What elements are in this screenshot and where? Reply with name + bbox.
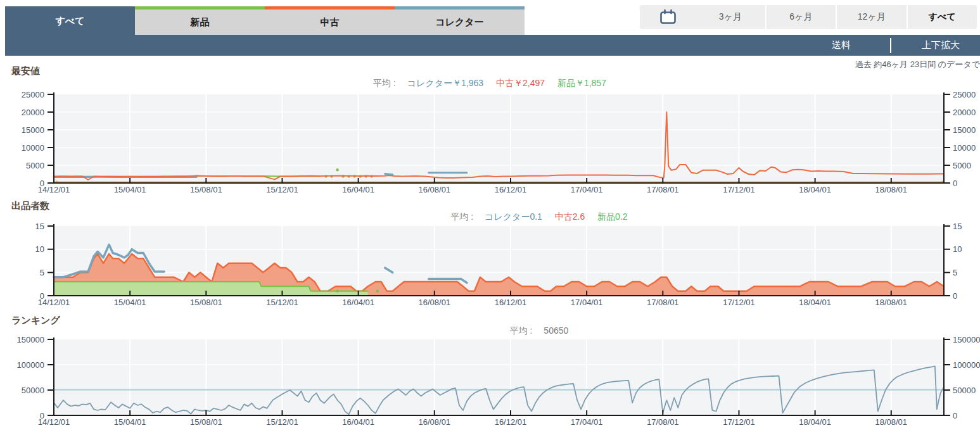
tab-new-label: 新品 [191,16,210,28]
svg-text:17/08/01: 17/08/01 [647,417,679,427]
svg-text:15/12/01: 15/12/01 [266,185,298,194]
svg-text:16/04/01: 16/04/01 [342,417,374,427]
tab-new[interactable]: 新品 [135,6,265,35]
sellers-average-used: 中古2.6 [555,211,585,222]
calendar-button[interactable] [640,5,696,29]
svg-text:15/04/01: 15/04/01 [114,298,146,307]
svg-text:10: 10 [953,244,962,254]
svg-text:16/12/01: 16/12/01 [495,185,527,194]
svg-text:15000: 15000 [953,125,976,135]
svg-text:10: 10 [35,244,44,254]
svg-text:20000: 20000 [22,108,44,117]
svg-text:17/08/01: 17/08/01 [647,185,679,194]
svg-text:20000: 20000 [953,108,976,117]
svg-text:15: 15 [953,223,962,231]
svg-text:15/08/01: 15/08/01 [190,417,222,427]
svg-text:16/08/01: 16/08/01 [419,298,451,307]
svg-text:50000: 50000 [953,386,976,395]
toolbar-divider [890,38,891,53]
sellers-average-row: 平均 : コレクター0.1 中古2.6 新品0.2 [101,211,980,223]
shipping-toggle-button[interactable]: 送料 [832,39,851,51]
svg-text:100000: 100000 [953,360,980,370]
svg-text:5: 5 [953,268,957,277]
expand-vertical-button[interactable]: 上下拡大 [922,39,960,51]
svg-text:0: 0 [953,411,957,420]
price-average-collector: コレクター￥1,963 [407,78,483,88]
svg-text:15000: 15000 [22,125,44,135]
svg-text:0: 0 [953,179,957,188]
seller-count-chart[interactable]: 00551010151514/12/0115/04/0115/08/0115/1… [0,223,980,309]
range-button-6m-label: 6ヶ月 [789,11,812,23]
svg-text:150000: 150000 [17,336,44,344]
svg-text:16/04/01: 16/04/01 [342,298,374,307]
range-button-3m[interactable]: 3ヶ月 [696,5,765,29]
price-average-row: 平均 : コレクター￥1,963 中古￥2,497 新品￥1,857 [0,78,980,89]
svg-text:15/08/01: 15/08/01 [190,185,222,194]
section-title-lowest-price: 最安値 [11,65,40,77]
tab-used[interactable]: 中古 [265,6,395,35]
svg-text:17/08/01: 17/08/01 [647,298,679,307]
range-button-12m-label: 12ヶ月 [858,11,886,23]
price-average-new: 新品￥1,857 [557,78,606,88]
svg-text:17/04/01: 17/04/01 [571,298,603,307]
section-title-ranking: ランキング [11,315,60,327]
period-note: 過去 約46ヶ月 23日間 のデータで [684,59,980,70]
calendar-icon [659,9,677,25]
chart-toolbar: 送料 上下拡大 [5,35,980,56]
svg-text:18/08/01: 18/08/01 [875,417,907,427]
svg-text:150000: 150000 [953,336,980,344]
svg-text:17/12/01: 17/12/01 [723,298,755,307]
tab-used-label: 中古 [321,16,340,28]
tab-all-label: すべて [55,15,84,27]
ranking-average-value: 50650 [544,325,568,336]
svg-text:18/04/01: 18/04/01 [799,417,831,427]
svg-text:15/08/01: 15/08/01 [190,298,222,307]
svg-text:18/04/01: 18/04/01 [799,298,831,307]
svg-text:10000: 10000 [953,143,976,153]
range-button-all-label: すべて [929,11,956,23]
svg-text:10000: 10000 [22,143,44,153]
range-button-3m-label: 3ヶ月 [719,11,742,23]
tab-collector[interactable]: コレクター [395,6,525,35]
ranking-average-row: 平均 : 50650 [101,325,980,337]
ranking-average-label: 平均 : [510,325,533,336]
svg-text:15: 15 [35,223,44,231]
ranking-chart[interactable]: 00500005000010000010000015000015000014/1… [0,336,980,429]
price-average-label: 平均 : [373,78,396,88]
svg-text:15/04/01: 15/04/01 [114,417,146,427]
svg-text:15/12/01: 15/12/01 [266,298,298,307]
svg-text:5000: 5000 [953,161,971,170]
price-tracker-page: すべて 新品 中古 コレクター 3ヶ月 6ヶ月 12ヶ月 すべて [0,0,980,435]
tab-all[interactable]: すべて [5,6,135,56]
svg-text:0: 0 [953,291,957,301]
svg-text:17/04/01: 17/04/01 [571,185,603,194]
svg-text:16/12/01: 16/12/01 [495,298,527,307]
svg-text:5: 5 [40,268,44,277]
svg-text:25000: 25000 [953,90,976,99]
svg-text:25000: 25000 [22,90,44,99]
range-button-all[interactable]: すべて [907,5,977,29]
svg-text:16/12/01: 16/12/01 [495,417,527,427]
svg-text:15/12/01: 15/12/01 [266,417,298,427]
svg-text:17/04/01: 17/04/01 [571,417,603,427]
svg-text:18/04/01: 18/04/01 [799,185,831,194]
svg-text:14/12/01: 14/12/01 [38,298,70,307]
range-selector: 3ヶ月 6ヶ月 12ヶ月 すべて [640,5,977,29]
svg-text:17/12/01: 17/12/01 [723,185,755,194]
sellers-average-collector: コレクター0.1 [485,211,542,222]
price-average-used: 中古￥2,497 [496,78,545,88]
svg-text:18/08/01: 18/08/01 [875,185,907,194]
lowest-price-chart[interactable]: 0050005000100001000015000150002000020000… [0,89,980,197]
range-button-12m[interactable]: 12ヶ月 [836,5,907,29]
svg-text:14/12/01: 14/12/01 [38,417,70,427]
svg-text:16/08/01: 16/08/01 [419,185,451,194]
svg-text:16/04/01: 16/04/01 [342,185,374,194]
sellers-average-new: 新品0.2 [597,211,627,222]
svg-text:16/08/01: 16/08/01 [419,417,451,427]
svg-text:100000: 100000 [17,360,44,370]
svg-text:17/12/01: 17/12/01 [723,417,755,427]
tab-collector-label: コレクター [435,16,483,28]
svg-text:50000: 50000 [22,386,44,395]
svg-text:15/04/01: 15/04/01 [114,185,146,194]
range-button-6m[interactable]: 6ヶ月 [765,5,836,29]
